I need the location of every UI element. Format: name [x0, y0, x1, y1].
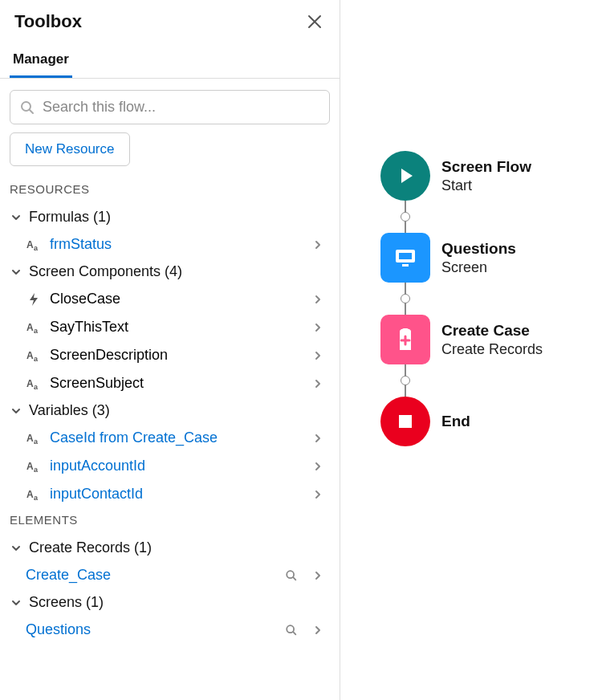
svg-text:a: a [34, 244, 39, 251]
create-icon [380, 315, 430, 364]
node-text: Screen FlowStart [441, 157, 531, 194]
text-icon: Aa [26, 321, 42, 334]
text-icon: Aa [26, 349, 42, 362]
new-resource-container: New Resource [0, 132, 340, 177]
svg-text:A: A [26, 461, 34, 472]
search-icon [20, 100, 35, 115]
search-icon[interactable] [282, 569, 301, 582]
group-label: Screen Components (4) [29, 263, 182, 280]
svg-text:A: A [26, 350, 34, 361]
chevron-down-icon [10, 266, 22, 279]
item-label: SayThisText [50, 319, 301, 336]
node-subtitle: Create Records [441, 340, 543, 359]
toolbox-tabs: Manager [0, 42, 340, 79]
item-label: inputAccountId [50, 458, 301, 474]
svg-rect-22 [402, 264, 409, 267]
node-text: QuestionsScreen [441, 239, 516, 276]
group-header[interactable]: Create Records (1) [0, 535, 340, 561]
add-node-dot[interactable] [401, 376, 410, 385]
resources-heading: RESOURCES [0, 177, 340, 204]
resource-item[interactable]: Create_Case [0, 561, 340, 589]
resource-item[interactable]: AainputAccountId [0, 452, 340, 480]
group-label: Variables (3) [29, 402, 110, 419]
chevron-down-icon [10, 596, 22, 609]
search-icon[interactable] [282, 624, 301, 637]
group-header[interactable]: Screens (1) [0, 589, 340, 616]
item-label: CaseId from Create_Case [50, 429, 301, 446]
chevron-right-icon[interactable] [309, 294, 327, 305]
add-node-dot[interactable] [401, 294, 410, 303]
resource-item[interactable]: CloseCase [0, 285, 340, 313]
node-title: Create Case [441, 321, 543, 340]
chevron-right-icon[interactable] [309, 433, 327, 444]
svg-text:a: a [34, 327, 39, 334]
search-box[interactable] [10, 90, 330, 124]
search-input[interactable] [43, 99, 319, 116]
svg-text:A: A [26, 239, 34, 250]
flow-node-screen[interactable]: QuestionsScreen [380, 233, 543, 283]
node-title: End [441, 412, 470, 431]
resource-item[interactable]: AaScreenSubject [0, 369, 340, 397]
item-label: Create_Case [26, 567, 274, 584]
resource-item[interactable]: AafrmStatus [0, 230, 340, 258]
svg-text:a: a [34, 494, 39, 501]
text-icon: Aa [26, 238, 42, 251]
group-header[interactable]: Variables (3) [0, 397, 340, 424]
group-label: Create Records (1) [29, 539, 152, 556]
svg-line-17 [293, 577, 295, 580]
toolbox-panel: Toolbox Manager New Resource RESOURCES F… [0, 0, 340, 700]
connector[interactable] [405, 364, 406, 397]
flow-node-end[interactable]: End [380, 397, 543, 446]
svg-line-1 [30, 110, 33, 113]
resource-item[interactable]: AainputContactId [0, 480, 340, 508]
svg-text:A: A [26, 489, 34, 500]
text-icon: Aa [26, 377, 42, 390]
connector[interactable] [405, 283, 406, 315]
flow-node-create[interactable]: Create CaseCreate Records [380, 315, 543, 364]
flow-node-start[interactable]: Screen FlowStart [380, 151, 543, 201]
resource-item[interactable]: AaSayThisText [0, 313, 340, 341]
chevron-down-icon [10, 211, 22, 224]
group-header[interactable]: Formulas (1) [0, 204, 340, 230]
chevron-right-icon[interactable] [309, 350, 327, 361]
item-label: CloseCase [50, 291, 301, 307]
text-icon: Aa [26, 460, 42, 473]
resource-item[interactable]: AaCaseId from Create_Case [0, 424, 340, 452]
svg-text:A: A [26, 378, 34, 389]
item-label: ScreenSubject [50, 375, 301, 392]
screen-icon [380, 233, 430, 283]
chevron-down-icon [10, 405, 22, 417]
chevron-right-icon[interactable] [309, 378, 327, 389]
item-label: ScreenDescription [50, 347, 301, 364]
svg-line-19 [293, 632, 295, 634]
close-icon[interactable] [304, 11, 325, 32]
connector[interactable] [405, 201, 406, 233]
node-text: End [441, 412, 470, 431]
new-resource-button[interactable]: New Resource [10, 132, 130, 166]
elements-heading: ELEMENTS [0, 508, 340, 535]
svg-text:a: a [34, 438, 39, 445]
start-icon [380, 151, 430, 201]
svg-rect-23 [402, 328, 409, 332]
search-container [0, 79, 340, 132]
tab-manager[interactable]: Manager [10, 42, 72, 78]
svg-rect-21 [399, 253, 412, 259]
item-label: frmStatus [50, 236, 301, 253]
node-text: Create CaseCreate Records [441, 321, 543, 358]
node-subtitle: Start [441, 177, 531, 195]
flow-canvas[interactable]: Screen FlowStartQuestionsScreenCreate Ca… [340, 0, 602, 700]
chevron-right-icon[interactable] [309, 322, 327, 333]
chevron-right-icon[interactable] [309, 239, 327, 250]
chevron-right-icon[interactable] [309, 625, 327, 636]
chevron-right-icon[interactable] [309, 461, 327, 472]
chevron-right-icon[interactable] [309, 570, 327, 581]
add-node-dot[interactable] [401, 212, 410, 222]
resource-item[interactable]: AaScreenDescription [0, 341, 340, 369]
chevron-right-icon[interactable] [309, 489, 327, 500]
resource-item[interactable]: Questions [0, 616, 340, 644]
node-title: Screen Flow [441, 157, 531, 177]
svg-text:A: A [26, 322, 34, 333]
svg-rect-24 [399, 415, 412, 428]
group-header[interactable]: Screen Components (4) [0, 258, 340, 285]
toolbox-header: Toolbox [0, 0, 340, 42]
